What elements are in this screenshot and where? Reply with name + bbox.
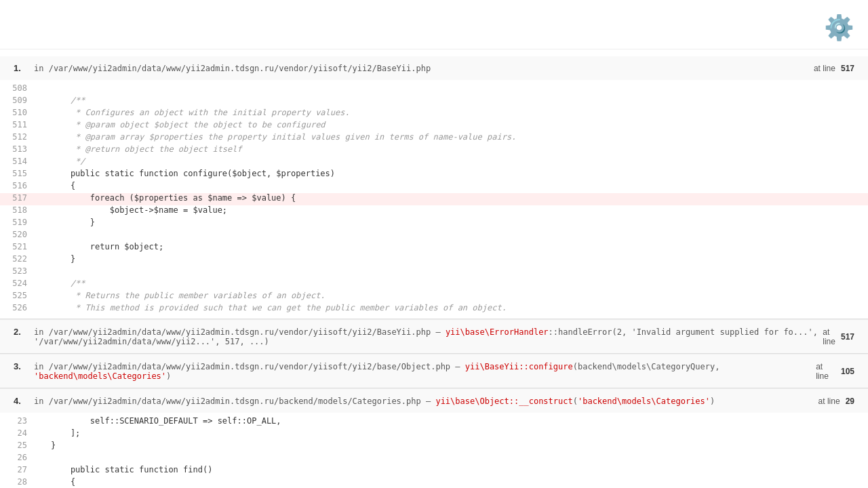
code-line: 512 * @param array $properties the prope… <box>0 132 868 144</box>
code-line: 525 * Returns the public member variable… <box>0 291 868 303</box>
line-number: 520 <box>0 230 37 242</box>
stack-frame-header-3[interactable]: 3.in /var/www/yii2admin/data/www/yii2adm… <box>0 354 868 388</box>
line-number: 522 <box>0 254 37 266</box>
line-number: 525 <box>0 291 37 303</box>
line-content: ]; <box>37 428 868 441</box>
stack-line-number-3: 105 <box>841 367 854 376</box>
line-number: 25 <box>0 441 37 453</box>
line-content: public static function find() <box>37 465 868 477</box>
stack-line-info-3: at line105 <box>816 362 854 381</box>
at-line-label-4: at line <box>818 396 840 406</box>
stack-file-1: in /var/www/yii2admin/data/www/yii2admin… <box>34 64 431 73</box>
at-line-label-1: at line <box>814 64 835 73</box>
stack-frame-3: 3.in /var/www/yii2admin/data/www/yii2adm… <box>0 354 868 389</box>
stack-frame-2: 2.in /var/www/yii2admin/data/www/yii2adm… <box>0 320 868 354</box>
stack-header-left-3: 3.in /var/www/yii2admin/data/www/yii2adm… <box>14 361 816 381</box>
stack-header-left-4: 4.in /var/www/yii2admin/data/www/yii2adm… <box>14 396 715 406</box>
line-content: self::SCENARIO_DEFAULT => self::OP_ALL, <box>37 416 868 428</box>
line-content: foreach ($properties as $name => $value)… <box>37 193 868 205</box>
code-line: 510 * Configures an object with the init… <box>0 108 868 120</box>
line-number: 524 <box>0 279 37 291</box>
line-content <box>37 266 868 279</box>
line-content: { <box>37 477 868 488</box>
line-content: * @return object the object itself <box>37 144 868 157</box>
code-line: 526 * This method is provided such that … <box>0 303 868 315</box>
line-number: 511 <box>0 120 37 132</box>
line-number: 508 <box>0 83 37 96</box>
line-content: * Returns the public member variables of… <box>37 291 868 303</box>
line-number: 24 <box>0 428 37 441</box>
code-line: 524 /** <box>0 279 868 291</box>
stack-number-3: 3. <box>14 361 27 371</box>
stack-frame-header-2[interactable]: 2.in /var/www/yii2admin/data/www/yii2adm… <box>0 320 868 353</box>
line-content: /** <box>37 96 868 108</box>
line-content <box>37 453 868 465</box>
settings-icon[interactable]: ⚙️ <box>824 14 854 42</box>
line-number: 510 <box>0 108 37 120</box>
line-number: 28 <box>0 477 37 488</box>
stack-header-left-2: 2.in /var/www/yii2admin/data/www/yii2adm… <box>14 327 823 346</box>
code-line: 23 self::SCENARIO_DEFAULT => self::OP_AL… <box>0 416 868 428</box>
line-content: /** <box>37 279 868 291</box>
line-number: 516 <box>0 181 37 193</box>
code-block-4: 23 self::SCENARIO_DEFAULT => self::OP_AL… <box>0 413 868 488</box>
line-content: * Configures an object with the initial … <box>37 108 868 120</box>
line-number: 26 <box>0 453 37 465</box>
line-number: 515 <box>0 169 37 181</box>
code-line: 511 * @param object $object the object t… <box>0 120 868 132</box>
error-header: ⚙️ <box>0 0 868 49</box>
code-line: 28 { <box>0 477 868 488</box>
at-line-label-2: at line <box>823 327 835 346</box>
line-number: 523 <box>0 266 37 279</box>
code-line: 509 /** <box>0 96 868 108</box>
stack-line-info-4: at line29 <box>818 396 854 406</box>
line-number: 517 <box>0 193 37 205</box>
line-number: 514 <box>0 157 37 169</box>
stack-file-4: in /var/www/yii2admin/data/www/yii2admin… <box>34 396 715 406</box>
line-number: 27 <box>0 465 37 477</box>
code-line: 522 } <box>0 254 868 266</box>
line-content <box>37 83 868 96</box>
line-content: */ <box>37 157 868 169</box>
code-line: 518 $object->$name = $value; <box>0 205 868 218</box>
line-content: return $object; <box>37 242 868 254</box>
code-line: 27 public static function find() <box>0 465 868 477</box>
code-line: 515 public static function configure($ob… <box>0 169 868 181</box>
code-line: 519 } <box>0 218 868 230</box>
code-line: 521 return $object; <box>0 242 868 254</box>
stack-line-info-1: at line517 <box>814 64 854 73</box>
stack-frame-header-4[interactable]: 4.in /var/www/yii2admin/data/www/yii2adm… <box>0 389 868 413</box>
line-number: 513 <box>0 144 37 157</box>
code-line: 24 ]; <box>0 428 868 441</box>
line-content: } <box>37 254 868 266</box>
line-content: * @param array $properties the property … <box>37 132 868 144</box>
line-number: 526 <box>0 303 37 315</box>
stack-line-number-4: 29 <box>846 396 854 406</box>
line-number: 518 <box>0 205 37 218</box>
code-line: 25} <box>0 441 868 453</box>
line-content: } <box>37 441 868 453</box>
code-line: 26 <box>0 453 868 465</box>
stack-frame-header-1[interactable]: 1.in /var/www/yii2admin/data/www/yii2adm… <box>0 56 868 80</box>
stack-number-1: 1. <box>14 63 27 73</box>
line-number: 512 <box>0 132 37 144</box>
stack-file-2: in /var/www/yii2admin/data/www/yii2admin… <box>34 327 823 346</box>
code-block-1: 508509 /**510 * Configures an object wit… <box>0 80 868 319</box>
stack-header-left-1: 1.in /var/www/yii2admin/data/www/yii2adm… <box>14 63 431 73</box>
code-line: 514 */ <box>0 157 868 169</box>
stack-frame-4: 4.in /var/www/yii2admin/data/www/yii2adm… <box>0 389 868 488</box>
stack-line-number-2: 517 <box>841 332 854 342</box>
stack-line-info-2: at line517 <box>823 327 854 346</box>
code-line: 508 <box>0 83 868 96</box>
code-line: 513 * @return object the object itself <box>0 144 868 157</box>
line-content: { <box>37 181 868 193</box>
stack-frame-1: 1.in /var/www/yii2admin/data/www/yii2adm… <box>0 56 868 320</box>
code-line: 520 <box>0 230 868 242</box>
stack-number-4: 4. <box>14 396 27 406</box>
line-number: 509 <box>0 96 37 108</box>
line-content: * This method is provided such that we c… <box>37 303 868 315</box>
code-line: 516 { <box>0 181 868 193</box>
line-number: 23 <box>0 416 37 428</box>
at-line-label-3: at line <box>816 362 835 381</box>
stack-line-number-1: 517 <box>841 64 854 73</box>
